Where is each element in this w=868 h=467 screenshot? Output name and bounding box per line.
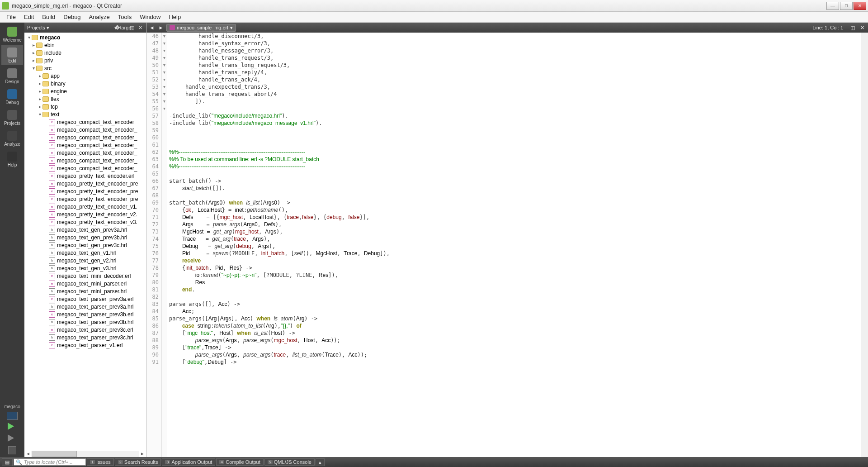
tree-file[interactable]: hmegaco_text_gen_v1.hrl [24,249,146,257]
tree-file[interactable]: hmegaco_text_parser_prev3b.hrl [24,318,146,326]
tree-file[interactable]: hmegaco_text_parser_prev3a.hrl [24,303,146,310]
menu-debug[interactable]: Debug [60,13,84,21]
tree-file[interactable]: emegaco_compact_text_encoder [24,118,146,126]
erlang-file-icon [170,25,175,30]
mode-design[interactable]: Design [1,66,23,86]
close-button[interactable]: ✕ [854,2,866,10]
tree-file[interactable]: emegaco_pretty_text_encoder_pre [24,187,146,195]
split-icon[interactable]: ◫ [129,24,135,31]
tree-folder-priv[interactable]: ▸priv [24,57,146,64]
tree-file[interactable]: emegaco_pretty_text_encoder_pre [24,180,146,187]
run-button[interactable] [8,423,17,432]
fold-gutter[interactable]: ▾ ▾ ▾ ▾ ▾ ▾ ▾ ▾ ▾ ▾ ▾ [162,33,167,457]
window-title: megaco_simple_mg.erl - megaco - Qt Creat… [12,3,826,9]
run-debug-button[interactable] [8,434,17,443]
tree-file[interactable]: emegaco_compact_text_encoder_ [24,133,146,141]
line-number-gutter: 46 47 48 49 50 51 52 53 54 55 56 57 58 5… [146,33,162,457]
tree-file[interactable]: emegaco_pretty_text_encoder_v3. [24,218,146,226]
code-content[interactable]: handle_disconnect/3, handle_syntax_error… [167,33,861,457]
mode-debug[interactable]: Debug [1,87,23,107]
help-icon [7,152,17,162]
tree-file[interactable]: emegaco_compact_text_encoder_ [24,126,146,133]
pane-selector[interactable]: Projects [27,25,49,31]
tree-file[interactable]: emegaco_compact_text_encoder_ [24,141,146,149]
tree-file[interactable]: emegaco_text_parser_prev3a.erl [24,295,146,303]
output-tab-search-results[interactable]: 2Search Results [115,458,161,466]
tree-file[interactable]: hmegaco_text_gen_prev3c.hrl [24,241,146,249]
output-tab-issues[interactable]: 1Issues [87,458,114,466]
tree-folder-include[interactable]: ▸include [24,49,146,57]
toggle-sidebar-button[interactable]: ▤ [2,458,13,466]
tree-file[interactable]: hmegaco_text_gen_prev3b.hrl [24,234,146,241]
menubar: FileEditBuildDebugAnalyzeToolsWindowHelp [0,12,868,23]
output-tab-qml-js-console[interactable]: 5QML/JS Console [264,458,315,466]
nav-back-icon[interactable]: ◄ [148,25,156,30]
maximize-button[interactable]: □ [840,2,853,10]
tree-file[interactable]: emegaco_text_parser_prev3c.erl [24,326,146,334]
open-file-selector[interactable]: megaco_simple_mg.erl ▾ [166,24,236,32]
editor-vscrollbar[interactable] [861,33,868,457]
scroll-left-icon[interactable]: ◄ [24,451,32,456]
tree-file[interactable]: emegaco_text_parser_v1.erl [24,341,146,349]
tree-folder-src[interactable]: ▾src [24,64,146,72]
tree-file[interactable]: hmegaco_text_gen_prev3a.hrl [24,226,146,234]
scroll-thumb[interactable] [32,451,77,457]
locator-input[interactable]: 🔍 Type to locate (Ctrl+... [14,458,86,466]
tree-file[interactable]: emegaco_text_parser_prev3b.erl [24,310,146,318]
tree-file[interactable]: emegaco_text_mini_decoder.erl [24,272,146,280]
output-pane-bar: ▤ 🔍 Type to locate (Ctrl+... 1Issues2Sea… [0,457,868,467]
menu-edit[interactable]: Edit [20,13,38,21]
tree-folder-ebin[interactable]: ▸ebin [24,41,146,49]
menu-window[interactable]: Window [136,13,164,21]
tree-file[interactable]: hmegaco_text_mini_parser.hrl [24,287,146,295]
target-project-label[interactable]: megaco [4,404,20,409]
menu-help[interactable]: Help [165,13,184,21]
menu-analyze[interactable]: Analyze [85,13,113,21]
menu-file[interactable]: File [3,13,19,21]
tree-folder-text[interactable]: ▾text [24,110,146,118]
tree-file[interactable]: hmegaco_text_gen_v3.hrl [24,264,146,272]
tree-file[interactable]: emegaco_compact_text_encoder_ [24,149,146,157]
tree-root[interactable]: ▾megaco [24,33,146,41]
mode-welcome[interactable]: Welcome [1,24,23,44]
tree-file[interactable]: emegaco_pretty_text_encoder_v1. [24,203,146,210]
tree-file[interactable]: hmegaco_text_parser_prev3c.hrl [24,334,146,341]
tree-file[interactable]: emegaco_text_mini_parser.erl [24,280,146,287]
pane-close-icon[interactable]: ✕ [137,24,143,31]
mode-help[interactable]: Help [1,149,23,169]
design-icon [7,68,17,78]
tree-folder-tcp[interactable]: ▸tcp [24,103,146,110]
tree-file[interactable]: emegaco_pretty_text_encoder.erl [24,172,146,180]
tree-folder-app[interactable]: ▸app [24,72,146,80]
scroll-right-icon[interactable]: ► [139,451,146,456]
editor-split-icon[interactable]: ◫ [849,25,857,31]
mode-edit[interactable]: Edit [1,45,23,65]
output-pane-menu-icon[interactable]: ▴ [316,458,325,466]
tree-file[interactable]: emegaco_compact_text_encoder_ [24,164,146,172]
editor-close-icon[interactable]: ✕ [859,25,866,31]
menu-tools[interactable]: Tools [114,13,135,21]
chevron-down-icon: ▾ [230,25,233,31]
sync-icon[interactable]: �target [121,24,127,31]
tree-folder-flex[interactable]: ▸flex [24,95,146,103]
mode-projects[interactable]: Projects [1,108,23,128]
menu-build[interactable]: Build [38,13,59,21]
welcome-icon [7,27,17,37]
code-editor[interactable]: 46 47 48 49 50 51 52 53 54 55 56 57 58 5… [146,33,868,457]
minimize-button[interactable]: — [826,2,839,10]
tree-file[interactable]: emegaco_compact_text_encoder_ [24,157,146,164]
nav-fwd-icon[interactable]: ► [157,25,165,30]
tree-file[interactable]: emegaco_pretty_text_encoder_v2. [24,210,146,218]
tree-hscrollbar[interactable]: ◄ ► [24,450,146,457]
tree-folder-binary[interactable]: ▸binary [24,80,146,87]
tree-file[interactable]: emegaco_pretty_text_encoder_pre [24,195,146,203]
monitor-icon[interactable] [7,412,18,420]
build-button[interactable] [8,446,16,454]
project-tree[interactable]: ▾megaco▸ebin▸include▸priv▾src▸app▸binary… [24,33,146,450]
editor-area: ◄ ► megaco_simple_mg.erl ▾ Line: 1, Col:… [146,23,868,457]
tree-folder-engine[interactable]: ▸engine [24,87,146,95]
output-tab-compile-output[interactable]: 4Compile Output [216,458,263,466]
output-tab-application-output[interactable]: 3Application Output [162,458,215,466]
mode-analyze[interactable]: Analyze [1,129,23,148]
tree-file[interactable]: hmegaco_text_gen_v2.hrl [24,257,146,264]
